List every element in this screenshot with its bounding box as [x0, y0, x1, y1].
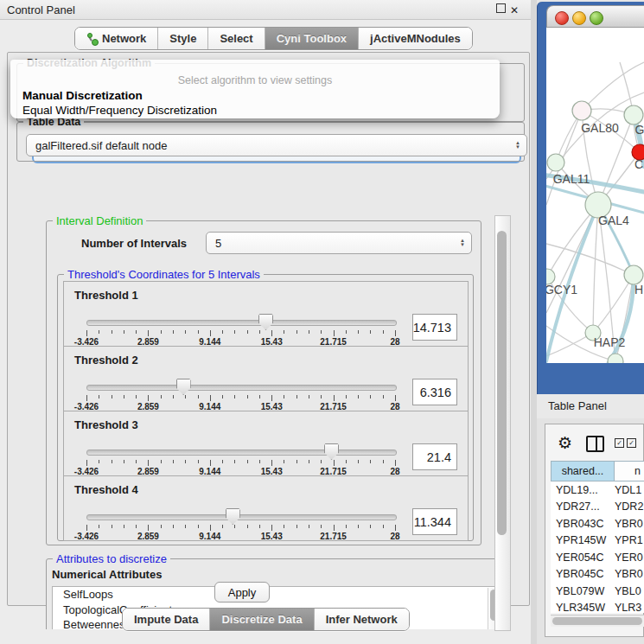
network-node[interactable]	[608, 354, 623, 363]
threshold-label: Threshold 2	[74, 354, 138, 367]
table-horizontal-scrollbar[interactable]	[551, 615, 644, 627]
threshold-slider[interactable]: -3.4262.8599.14415.4321.71528	[86, 313, 395, 342]
tab-select[interactable]: Select	[208, 28, 265, 49]
tab-jactivemnodules[interactable]: jActiveMNodules	[359, 28, 472, 49]
num-intervals-combobox[interactable]: 5 ▲▼	[206, 232, 472, 254]
tab-impute-data[interactable]: Impute Data	[123, 609, 210, 630]
threshold-label: Threshold 3	[74, 418, 138, 431]
zoom-traffic-light-icon[interactable]	[590, 11, 603, 25]
table-data-combobox[interactable]: galFiltered.sif default node ▲▼	[26, 134, 527, 156]
network-node[interactable]	[547, 154, 564, 171]
cell-shared-name: YBR045C	[551, 568, 615, 580]
tab-label: Discretize Data	[221, 613, 302, 626]
slider-track[interactable]	[86, 514, 397, 520]
tab-label: Network	[102, 32, 146, 45]
popup-item-equal-width[interactable]: Equal Width/Frequency Discretization	[22, 104, 217, 117]
slider-ticks	[86, 395, 395, 401]
slider-ticks	[86, 525, 395, 531]
table-data-group: Table Data galFiltered.sif default node …	[16, 122, 525, 162]
close-icon[interactable]: ✕	[510, 4, 519, 16]
minimize-traffic-light-icon[interactable]	[572, 11, 586, 25]
table-data-combo-value: galFiltered.sif default node	[35, 139, 167, 152]
gear-icon[interactable]: ⚙	[558, 433, 572, 453]
network-edge	[593, 205, 598, 333]
combo-stepper-icon: ▲▼	[460, 239, 465, 247]
threshold-row: Threshold 3-3.4262.8599.14415.4321.71528…	[63, 411, 469, 476]
main-scrollbar[interactable]	[494, 215, 511, 631]
network-window: GAL80GCGAL11GAL4GCY1HHAP2	[546, 5, 644, 363]
cell-name: YBL0	[615, 585, 644, 597]
table-header: shared... n	[551, 461, 644, 481]
num-intervals-label: Number of Intervals	[81, 237, 187, 250]
tab-label: jActiveMNodules	[370, 32, 461, 45]
threshold-row: Threshold 4-3.4262.8599.14415.4321.71528…	[63, 475, 469, 541]
threshold-value-field[interactable]: 11.344	[412, 508, 457, 535]
columns-icon[interactable]	[586, 436, 604, 452]
network-thick-edge	[609, 275, 634, 363]
table-row[interactable]: YPR145WYPR1	[551, 532, 644, 550]
main-scrollbar-thumb[interactable]	[497, 231, 507, 535]
threshold-slider[interactable]: -3.4262.8599.14415.4321.71528	[86, 443, 395, 472]
column-header-name[interactable]: n	[615, 461, 644, 481]
control-panel: Control Panel ✕ NetworkStyleSelectCyni T…	[0, 0, 532, 644]
table-rows: YDL19...YDL1YDR27...YDR2YBR043CYBR0YPR14…	[551, 481, 644, 613]
network-node[interactable]	[572, 101, 591, 120]
table-row[interactable]: YER054CYER0	[551, 549, 644, 566]
threshold-value-field[interactable]: 14.713	[412, 314, 457, 341]
slider-handle[interactable]	[324, 443, 339, 460]
slider-track[interactable]	[86, 450, 397, 456]
network-edge	[582, 62, 644, 111]
tab-network[interactable]: Network	[75, 28, 158, 49]
slider-handle[interactable]	[226, 508, 240, 525]
network-node-label: G	[635, 123, 644, 137]
interval-definition-label: Interval Definition	[53, 215, 146, 227]
tab-discretize-data[interactable]: Discretize Data	[210, 609, 314, 630]
apply-button[interactable]: Apply	[214, 582, 270, 603]
panel-divider[interactable]	[531, 0, 537, 644]
table-row[interactable]: YDL19...YDL1	[551, 481, 644, 499]
tab-label: Cyni Toolbox	[277, 32, 347, 45]
slider-track[interactable]	[86, 385, 397, 391]
tab-style[interactable]: Style	[158, 28, 208, 49]
threshold-value-field[interactable]: 21.4	[412, 443, 457, 470]
slider-tick-labels: -3.4262.8599.14415.4321.71528	[86, 532, 395, 542]
slider-handle[interactable]	[258, 314, 273, 330]
float-window-icon[interactable]	[496, 3, 506, 13]
tick-label: 21.715	[320, 532, 347, 541]
network-canvas[interactable]: GAL80GCGAL11GAL4GCY1HHAP2	[546, 28, 644, 363]
table-row[interactable]: YBR043CYBR0	[551, 515, 644, 532]
cell-name: YDR2	[615, 501, 644, 513]
interval-definition-group: Interval Definition Number of Intervals …	[46, 220, 481, 545]
threshold-slider[interactable]: -3.4262.8599.14415.4321.71528	[86, 378, 395, 407]
attribute-table: ⚙ ✓ ✓ shared... n YDL19...YDL1YDR27...YD…	[545, 424, 644, 637]
column-header-shared-name[interactable]: shared...	[551, 461, 615, 481]
network-window-titlebar[interactable]	[546, 5, 644, 28]
table-row[interactable]: YBR045CYBR0	[551, 566, 644, 583]
checkbox-icon[interactable]: ✓	[615, 438, 624, 448]
checkbox-icon[interactable]: ✓	[627, 438, 636, 448]
cell-shared-name: YBR043C	[551, 518, 615, 530]
cell-shared-name: YER054C	[551, 552, 615, 564]
network-node-label: C	[634, 157, 643, 171]
attributes-group-label: Attributes to discretize	[53, 552, 170, 565]
table-row[interactable]: YLR345WYLR3	[551, 600, 644, 614]
network-node[interactable]	[624, 105, 643, 124]
table-row[interactable]: YBL079WYBL0	[551, 583, 644, 600]
threshold-value-field[interactable]: 6.316	[412, 379, 457, 405]
slider-handle[interactable]	[176, 379, 191, 395]
popup-item-manual[interactable]: Manual Discretization	[22, 89, 143, 102]
attribute-list-item[interactable]: SelfLoops	[53, 587, 501, 603]
tab-cyni-toolbox[interactable]: Cyni Toolbox	[265, 28, 359, 49]
panel-title: Control Panel	[7, 3, 75, 16]
network-node-label: HAP2	[594, 335, 626, 349]
threshold-slider[interactable]: -3.4262.8599.14415.4321.71528	[86, 507, 395, 537]
bottom-tab-bar: Impute DataDiscretize DataInfer Network	[122, 608, 410, 631]
table-row[interactable]: YDR27...YDR2	[551, 499, 644, 516]
slider-track[interactable]	[86, 320, 397, 326]
num-intervals-value: 5	[215, 237, 221, 250]
tab-infer-network[interactable]: Infer Network	[315, 609, 409, 630]
close-traffic-light-icon[interactable]	[555, 11, 569, 25]
network-node-label: GAL4	[598, 214, 629, 227]
cell-shared-name: YPR145W	[551, 534, 615, 546]
network-node[interactable]	[624, 265, 643, 284]
